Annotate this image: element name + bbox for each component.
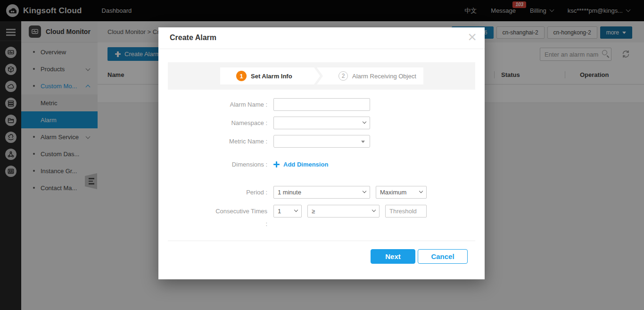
form-row-metric-name: Metric Name : bbox=[203, 135, 475, 148]
step-2-label: Alarm Receiving Object bbox=[352, 73, 416, 80]
step-1-label: Set Alarm Info bbox=[251, 73, 292, 80]
consecutive-times-select[interactable]: 1 bbox=[273, 205, 302, 218]
close-icon[interactable]: × bbox=[468, 29, 477, 44]
create-alarm-modal: Create Alarm × 1 Set Alarm Info 2 Alarm … bbox=[158, 27, 485, 279]
form-row-dimensions: Dimensions : Add Dimension bbox=[203, 158, 475, 171]
step-alarm-receiving-object: 2 Alarm Receiving Object bbox=[317, 67, 423, 84]
alarm-form: Alarm Name : Namespace : Metric Name : D… bbox=[203, 98, 475, 236]
modal-title: Create Alarm bbox=[170, 34, 216, 42]
dimensions-label: Dimensions : bbox=[203, 158, 267, 171]
caret-down-icon bbox=[361, 141, 365, 143]
modal-actions: Next Cancel bbox=[371, 249, 468, 264]
step-1-badge: 1 bbox=[236, 71, 247, 81]
add-dimension-link[interactable]: Add Dimension bbox=[273, 158, 328, 171]
stepper-band: 1 Set Alarm Info 2 Alarm Receiving Objec… bbox=[168, 62, 475, 90]
form-row-period: Period : 1 minute Maximum bbox=[203, 186, 475, 199]
modal-footer-divider bbox=[168, 241, 475, 241]
form-row-consecutive-times: Consecutive Times: 1 ≥ bbox=[203, 205, 475, 230]
alarm-name-input[interactable] bbox=[273, 98, 370, 111]
stepper: 1 Set Alarm Info 2 Alarm Receiving Objec… bbox=[220, 67, 423, 84]
period-label: Period : bbox=[203, 186, 267, 199]
statistic-select[interactable]: Maximum bbox=[376, 186, 427, 199]
consecutive-times-label: Consecutive Times: bbox=[203, 205, 267, 230]
consecutive-times-colon: : bbox=[265, 220, 267, 227]
namespace-select[interactable] bbox=[273, 117, 370, 129]
next-button[interactable]: Next bbox=[371, 249, 415, 264]
add-dimension-label: Add Dimension bbox=[283, 158, 328, 171]
metric-name-label: Metric Name : bbox=[203, 135, 267, 148]
alarm-name-label: Alarm Name : bbox=[203, 98, 267, 111]
threshold-input[interactable] bbox=[385, 205, 427, 218]
step-2-badge: 2 bbox=[339, 71, 348, 81]
screen: Kingsoft Cloud Dashboard 中文 Message 103 … bbox=[0, 0, 644, 310]
consecutive-times-text: Consecutive Times bbox=[215, 208, 267, 215]
cancel-button[interactable]: Cancel bbox=[418, 249, 468, 264]
form-row-namespace: Namespace : bbox=[203, 117, 475, 129]
namespace-label: Namespace : bbox=[203, 117, 267, 129]
comparator-select[interactable]: ≥ bbox=[307, 205, 380, 218]
form-row-alarm-name: Alarm Name : bbox=[203, 98, 475, 111]
metric-name-dropdown[interactable] bbox=[273, 135, 370, 148]
step-set-alarm-info: 1 Set Alarm Info bbox=[220, 67, 320, 84]
modal-divider bbox=[158, 49, 485, 49]
plus-icon bbox=[273, 161, 280, 168]
period-select[interactable]: 1 minute bbox=[273, 186, 370, 199]
